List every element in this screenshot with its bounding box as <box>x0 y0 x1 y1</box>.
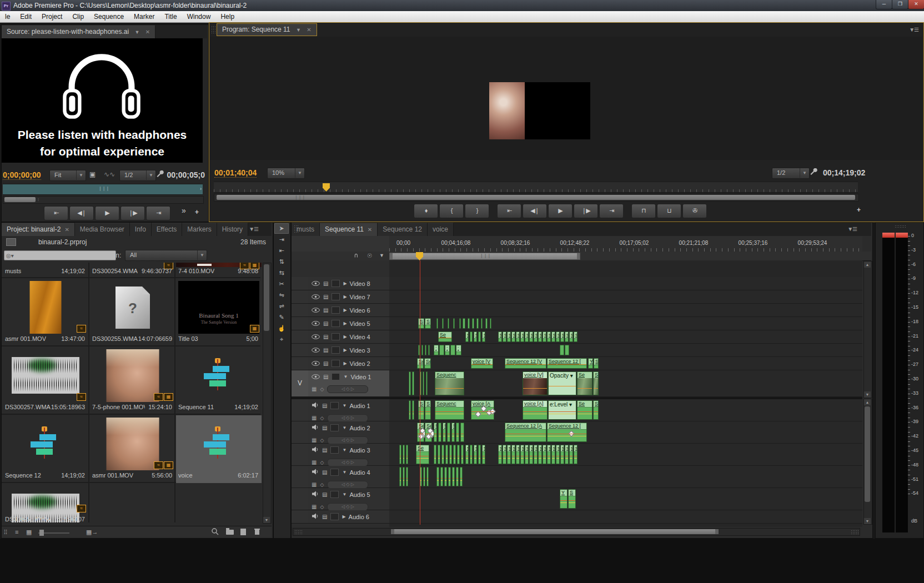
clip-s[interactable]: s <box>556 445 560 464</box>
toggle-output-speaker-icon[interactable] <box>312 446 319 454</box>
clip-sequence-12-v[interactable]: Sequence 12 [V <box>505 358 546 369</box>
clip[interactable] <box>478 445 481 464</box>
project-filename[interactable]: binaural-2.prproj <box>38 238 87 246</box>
panel-menu-icon[interactable]: ▼☰ <box>847 226 857 232</box>
set-display-style-icon[interactable]: ▦ <box>312 386 317 392</box>
add-button-icon[interactable]: + <box>195 208 199 216</box>
menu-marker[interactable]: Marker <box>129 11 159 22</box>
clip-se[interactable]: Se <box>425 423 432 442</box>
menu-title[interactable]: Title <box>159 11 182 22</box>
keyframe-diamond[interactable] <box>475 411 481 417</box>
sync-lock-icon[interactable]: ▤ <box>322 425 327 431</box>
clip[interactable] <box>403 445 405 464</box>
source-timecode[interactable]: 0;00;00;00 <box>3 170 41 180</box>
menu-le[interactable]: le <box>0 11 15 22</box>
clip-s[interactable]: S <box>425 318 431 329</box>
menu-help[interactable]: Help <box>215 11 239 22</box>
clip-s[interactable]: s <box>574 331 578 342</box>
clip[interactable] <box>453 445 456 464</box>
clip[interactable] <box>441 445 444 464</box>
expand-arrow-icon[interactable]: ▶ <box>343 348 346 353</box>
keyframe-diamond-icon[interactable]: ◇ <box>320 482 324 487</box>
clip[interactable] <box>456 467 459 486</box>
track-header-video-2[interactable]: ▤▶Video 2 <box>308 357 389 370</box>
close-tab-icon[interactable]: ✕ <box>145 29 150 35</box>
clip-sequence-12-[interactable]: Sequence 12 [ <box>547 358 587 369</box>
source-scrollbar[interactable]: ⁝ <box>3 196 204 204</box>
fx-dropdown-label[interactable]: Opacity ▾ <box>549 372 576 379</box>
expand-arrow-icon[interactable]: ▼ <box>343 374 348 379</box>
workarea-start-handle[interactable] <box>390 253 393 259</box>
target-track-box[interactable] <box>332 293 340 300</box>
clip-s[interactable]: s <box>474 445 477 464</box>
toggle-output-eye-icon[interactable] <box>312 293 320 301</box>
clip[interactable] <box>463 318 465 329</box>
expand-arrow-icon[interactable]: ▶ <box>343 281 346 286</box>
clip[interactable] <box>412 371 414 395</box>
track-header-audio-1[interactable]: ▤▼Audio 1▦◇◁ ◇ ▷ <box>308 399 389 421</box>
track-header-audio-6[interactable]: ▤▶Audio 6 <box>308 510 389 524</box>
expand-arrow-icon[interactable]: ▼ <box>342 425 346 430</box>
item-thumbnail[interactable]: ▦≈ <box>90 349 175 402</box>
play-button[interactable]: ▶ <box>95 206 119 220</box>
clip[interactable] <box>438 423 441 442</box>
rolling-edit-tool[interactable]: ⇅ <box>274 257 289 267</box>
timeline-ruler[interactable]: 00;0000;04;16;0800;08;32;1600;12;48;2200… <box>389 236 862 252</box>
target-track-box[interactable] <box>332 333 340 340</box>
sync-lock-icon[interactable]: ▤ <box>323 347 328 353</box>
clip[interactable] <box>468 318 470 329</box>
program-zoom-dropdown[interactable]: 10%▼ <box>267 168 305 179</box>
tab-media-browser[interactable]: Media Browser <box>75 223 130 236</box>
extract-button[interactable]: ⊔ <box>657 204 681 218</box>
clip-s[interactable]: S <box>593 371 599 395</box>
clip-s[interactable]: s <box>560 331 564 342</box>
target-track-box[interactable] <box>330 424 339 431</box>
clip-voice-a-[interactable]: voice [A] <box>523 400 548 420</box>
waveform-icon[interactable]: ∿∿ <box>104 170 115 178</box>
sync-lock-icon[interactable]: ▤ <box>322 491 327 497</box>
keyframe-diamond-icon[interactable]: ◇ <box>320 415 324 421</box>
track-header-video-7[interactable]: ▤▶Video 7 <box>308 290 389 304</box>
toggle-output-eye-icon[interactable] <box>312 346 320 354</box>
track-header-video-8[interactable]: ▤▶Video 8 <box>308 277 389 290</box>
sync-lock-icon[interactable]: ▤ <box>323 280 328 287</box>
program-scrollbar[interactable]: ❘❘❘ <box>214 194 859 202</box>
close-tab-icon[interactable]: ✕ <box>368 227 372 233</box>
clip[interactable] <box>438 445 440 464</box>
clip-s[interactable]: s <box>482 331 485 342</box>
menu-sequence[interactable]: Sequence <box>89 11 129 22</box>
target-track-box[interactable] <box>332 320 340 327</box>
toggle-output-eye-icon[interactable] <box>312 333 320 341</box>
toggle-output-speaker-icon[interactable] <box>312 491 319 499</box>
timeline-hscrollbar[interactable] <box>293 528 860 536</box>
clip[interactable] <box>409 371 411 395</box>
tab-sequence-11[interactable]: Sequence 11✕ <box>320 223 378 236</box>
clip-s[interactable]: s <box>465 331 469 342</box>
video-tracks-scrollbar[interactable]: ▲ ▼ <box>863 261 872 398</box>
clip-s[interactable]: s <box>547 445 551 464</box>
sync-lock-icon[interactable]: ▤ <box>323 294 328 300</box>
clip-s[interactable]: s <box>474 331 477 342</box>
mark-out-button[interactable]: } <box>465 204 489 218</box>
clip[interactable] <box>453 318 455 329</box>
audio-meter-panel[interactable]: dB 0-3-6-9-12-15-18-21-24-27-30-33-36-39… <box>875 222 924 539</box>
tab-program[interactable]: Program: Sequence 11 ▼ ✕ <box>217 23 317 36</box>
razor-tool[interactable]: ✂ <box>274 279 289 289</box>
audio-tracks-scrollbar[interactable]: ▲ ▼ <box>863 399 872 525</box>
clip[interactable] <box>434 445 436 464</box>
expand-arrow-icon[interactable]: ▼ <box>342 403 346 408</box>
goto-in-button[interactable]: ⇤ <box>497 204 521 218</box>
keyframe-diamond-icon[interactable]: ◇ <box>320 438 324 443</box>
encore-marker-icon[interactable]: ☉ <box>367 253 372 259</box>
clip-s[interactable]: s <box>551 445 555 464</box>
item-thumbnail[interactable]: ? <box>90 281 175 334</box>
track-lane-video-4[interactable]: Sesssssssssssssssssssss <box>389 330 862 344</box>
track-header-video-1[interactable]: ▤▼Video 1▦◇◁ ◇ ▷ <box>308 370 389 397</box>
track-lane-video-1[interactable]: Sequencvoice [V]Opacity ▾SeS <box>389 370 862 397</box>
program-timecode[interactable]: 00;01;40;04 <box>214 168 257 178</box>
clip[interactable] <box>476 318 479 329</box>
source-scrubber[interactable]: › ❘❘❘ <box>3 184 203 195</box>
keyframe-diamond-icon[interactable]: ◇ <box>320 386 324 392</box>
step-back-button[interactable]: ◀❘ <box>69 206 94 220</box>
track-lane-video-3[interactable]: ::: <box>389 344 862 357</box>
